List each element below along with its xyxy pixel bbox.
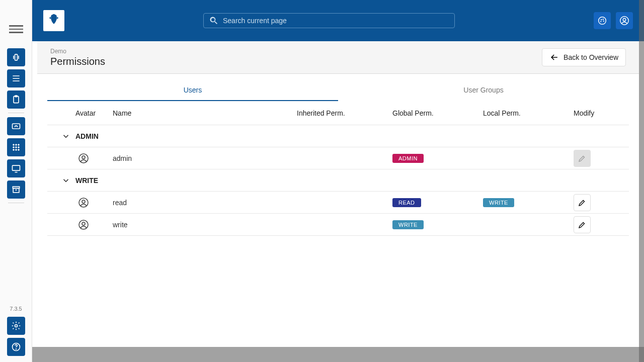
- user-name: write: [113, 221, 297, 229]
- global-perm: WRITE: [392, 220, 483, 229]
- left-rail: 7.3.5: [0, 0, 32, 362]
- menu-icon[interactable]: [9, 22, 23, 36]
- group-write[interactable]: WRITE: [47, 169, 629, 192]
- svg-point-19: [599, 17, 606, 25]
- breadcrumb: Demo: [50, 48, 105, 55]
- perm-badge-write: WRITE: [483, 198, 514, 207]
- permissions-table: Avatar Name Inherited Perm. Global Perm.…: [47, 101, 629, 236]
- global-perm: ADMIN: [392, 154, 483, 163]
- app-logo: [43, 10, 64, 31]
- group-label: WRITE: [75, 176, 98, 185]
- svg-point-7: [13, 147, 14, 148]
- user-circle-icon: [77, 152, 90, 164]
- rail-inventory-icon[interactable]: [7, 48, 25, 66]
- svg-point-10: [13, 149, 14, 151]
- pencil-icon: [578, 154, 587, 163]
- modify-button[interactable]: [574, 194, 591, 211]
- local-perm: WRITE: [483, 198, 574, 207]
- rail-cloud-icon[interactable]: [7, 117, 25, 135]
- svg-point-31: [82, 222, 85, 225]
- modify-button[interactable]: [574, 216, 591, 233]
- rail-list-icon[interactable]: [7, 69, 25, 87]
- svg-point-5: [15, 144, 17, 146]
- col-local: Local Perm.: [483, 109, 574, 117]
- page-header: Demo Permissions Back to Overview: [37, 41, 639, 74]
- svg-rect-15: [13, 189, 19, 193]
- avatar: [47, 197, 113, 209]
- tab-users[interactable]: Users: [47, 80, 338, 101]
- svg-point-11: [15, 149, 17, 151]
- svg-point-16: [15, 325, 17, 327]
- svg-point-20: [601, 19, 602, 20]
- rail-help-icon[interactable]: [7, 338, 25, 356]
- theme-icon[interactable]: [594, 12, 611, 29]
- col-inherited: Inherited Perm.: [297, 109, 392, 117]
- chevron-down-icon: [61, 132, 70, 141]
- table-row: write WRITE: [47, 214, 629, 236]
- col-name: Name: [113, 109, 297, 117]
- tabs: Users User Groups: [47, 80, 629, 101]
- rail-apps-icon[interactable]: [7, 138, 25, 156]
- back-label: Back to Overview: [564, 53, 618, 61]
- table-row: read READ WRITE: [47, 192, 629, 214]
- svg-point-29: [82, 200, 85, 203]
- version-label: 7.3.5: [10, 306, 22, 312]
- table-header: Avatar Name Inherited Perm. Global Perm.…: [47, 101, 629, 125]
- user-name: read: [113, 199, 297, 207]
- group-admin[interactable]: ADMIN: [47, 125, 629, 147]
- svg-rect-2: [15, 96, 17, 97]
- search-box[interactable]: [203, 13, 455, 28]
- search-input[interactable]: [223, 17, 449, 25]
- avatar: [47, 219, 113, 231]
- modify-button: [574, 150, 591, 167]
- user-circle-icon: [77, 219, 90, 231]
- col-modify: Modify: [574, 109, 629, 117]
- rail-archive-icon[interactable]: [7, 180, 25, 199]
- svg-point-6: [18, 144, 19, 146]
- account-icon[interactable]: [616, 12, 633, 29]
- group-label: ADMIN: [75, 132, 99, 140]
- search-icon: [209, 16, 219, 26]
- svg-rect-0: [15, 54, 17, 60]
- svg-point-22: [603, 21, 604, 22]
- user-name: admin: [113, 154, 297, 162]
- avatar: [47, 152, 113, 164]
- svg-point-25: [623, 18, 626, 21]
- user-circle-icon: [77, 197, 90, 209]
- col-global: Global Perm.: [392, 109, 483, 117]
- table-row: admin ADMIN: [47, 147, 629, 169]
- page-title: Permissions: [50, 56, 105, 67]
- rail-settings-icon[interactable]: [7, 317, 25, 335]
- global-perm: READ: [392, 198, 483, 207]
- svg-point-21: [603, 19, 604, 20]
- arrow-left-icon: [549, 52, 559, 62]
- pencil-icon: [578, 220, 587, 229]
- perm-badge-admin: ADMIN: [392, 154, 424, 163]
- svg-point-27: [82, 156, 85, 159]
- svg-rect-13: [12, 165, 20, 170]
- svg-point-8: [15, 147, 17, 148]
- pencil-icon: [578, 198, 587, 207]
- perm-badge-read: READ: [392, 198, 421, 207]
- svg-point-4: [13, 144, 14, 146]
- rail-clipboard-icon[interactable]: [7, 90, 25, 109]
- svg-point-18: [16, 348, 17, 349]
- col-avatar: Avatar: [47, 109, 113, 117]
- perm-badge-write: WRITE: [392, 220, 424, 229]
- tab-user-groups[interactable]: User Groups: [338, 80, 629, 101]
- chevron-down-icon: [61, 176, 70, 185]
- svg-point-9: [18, 147, 19, 148]
- back-to-overview-button[interactable]: Back to Overview: [542, 48, 626, 66]
- rail-monitor-icon[interactable]: [7, 159, 25, 177]
- svg-point-12: [18, 149, 19, 151]
- topbar: [32, 0, 644, 41]
- svg-point-23: [600, 21, 601, 22]
